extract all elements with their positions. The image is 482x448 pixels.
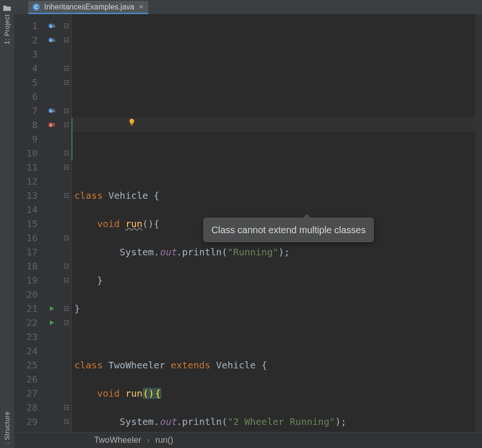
tool-window-project-label: 1: Project xyxy=(3,14,11,44)
fold-toggle-icon[interactable] xyxy=(64,66,69,71)
tool-window-structure-label: : Structure xyxy=(3,411,11,444)
fold-toggle-icon[interactable] xyxy=(64,306,69,311)
svg-text:C: C xyxy=(34,4,38,10)
fold-toggle-icon[interactable] xyxy=(64,165,69,170)
java-class-icon: C xyxy=(32,3,40,11)
fold-toggle-icon[interactable] xyxy=(64,24,69,28)
editor-main: C InheritancesExamples.java × 1 2 3 4 5 … xyxy=(14,0,482,448)
fold-toggle-icon[interactable] xyxy=(64,151,69,155)
fold-toggle-icon[interactable] xyxy=(64,320,69,325)
breadcrumb-method[interactable]: run() xyxy=(155,435,173,445)
fold-gutter xyxy=(61,14,72,432)
override-down-icon[interactable]: o xyxy=(42,19,61,33)
gutter-marker-column: o o o o xyxy=(42,14,61,432)
svg-rect-10 xyxy=(130,124,133,125)
breadcrumb-class[interactable]: TwoWheeler xyxy=(94,435,141,445)
tool-window-project[interactable]: 1: Project xyxy=(3,3,11,51)
editor-tab-active[interactable]: C InheritancesExamples.java × xyxy=(28,1,148,14)
override-down-icon[interactable]: o xyxy=(42,104,61,118)
run-gutter-icon[interactable] xyxy=(42,316,61,330)
ide-root: 1: Project : Structure C InheritancesExa… xyxy=(0,0,482,448)
fold-toggle-icon[interactable] xyxy=(64,236,69,240)
line-number-gutter: 1 2 3 4 5 6 7 8 9 10 11 12 13 14 15 16 1… xyxy=(14,14,42,432)
fold-toggle-icon[interactable] xyxy=(64,122,69,127)
fold-toggle-icon[interactable] xyxy=(64,278,69,283)
tool-window-stripe: 1: Project : Structure xyxy=(0,0,14,448)
override-down-icon[interactable]: o xyxy=(42,33,61,47)
run-gutter-icon[interactable] xyxy=(42,301,61,316)
breadcrumb-bar[interactable]: TwoWheeler › run() xyxy=(14,432,482,448)
fold-toggle-icon[interactable] xyxy=(64,193,69,198)
tool-window-structure[interactable]: : Structure xyxy=(3,411,11,444)
editor-tab-bar: C InheritancesExamples.java × xyxy=(14,0,482,14)
svg-text:o: o xyxy=(50,109,52,113)
chevron-right-icon: › xyxy=(147,435,150,445)
editor-area[interactable]: 1 2 3 4 5 6 7 8 9 10 11 12 13 14 15 16 1… xyxy=(14,14,482,432)
fold-toggle-icon[interactable] xyxy=(64,419,69,424)
error-tooltip: Class cannot extend multiple classes xyxy=(203,218,374,242)
svg-text:o: o xyxy=(50,123,52,127)
fold-toggle-icon[interactable] xyxy=(64,264,69,269)
svg-text:o: o xyxy=(50,38,52,42)
fold-toggle-icon[interactable] xyxy=(64,405,69,410)
fold-toggle-icon[interactable] xyxy=(64,38,69,42)
fold-toggle-icon[interactable] xyxy=(64,80,69,85)
error-stripe[interactable] xyxy=(475,14,482,432)
folder-icon xyxy=(3,5,11,11)
svg-text:o: o xyxy=(50,24,52,28)
override-up-icon[interactable]: o xyxy=(42,118,61,132)
close-icon[interactable]: × xyxy=(139,3,143,11)
editor-tab-filename: InheritancesExamples.java xyxy=(44,3,134,11)
intention-bulb-icon[interactable] xyxy=(72,103,137,145)
fold-toggle-icon[interactable] xyxy=(64,108,69,113)
code-text-area[interactable]: Class cannot extend multiple classes cla… xyxy=(72,14,475,432)
error-tooltip-text: Class cannot extend multiple classes xyxy=(211,225,366,235)
